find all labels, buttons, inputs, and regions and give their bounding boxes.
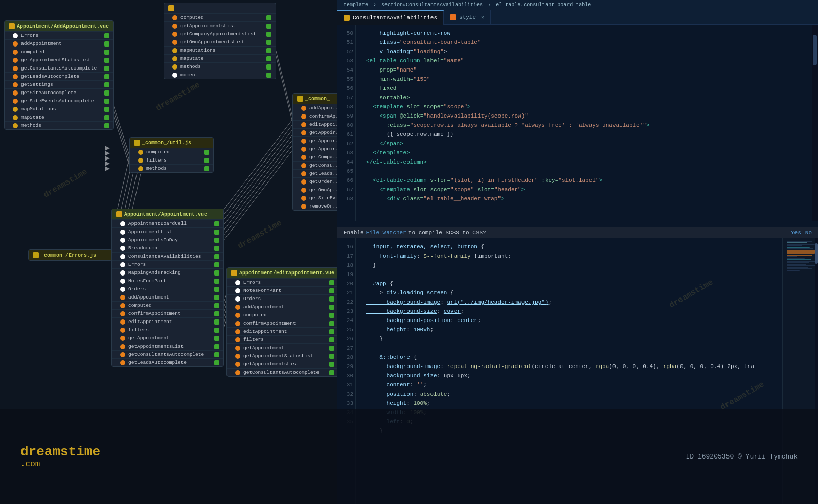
add-appointment-card: Appointment/AddAppointment.vue Errors ad…: [4, 20, 114, 130]
css-line: background-size: 6px 6px;: [362, 371, 776, 380]
dot-icon: [301, 204, 306, 209]
editor-top: template › section#ConsultantsAvailabili…: [337, 0, 818, 227]
svg-marker-25: [105, 156, 110, 161]
svg-line-22: [212, 148, 294, 256]
watermark-time-text: .com: [20, 460, 100, 469]
code-line: <template slot-scope="scope" slot="heade…: [362, 185, 806, 194]
dot-icon: [301, 196, 306, 201]
dot-icon: [235, 305, 240, 310]
dot-icon: [13, 66, 18, 71]
svg-line-4: [276, 56, 294, 128]
dot-icon: [13, 115, 18, 120]
dot-icon: [301, 155, 306, 160]
svg-line-16: [212, 118, 294, 225]
dot-icon: [120, 295, 125, 300]
watermark-dreams-text: dreamstime: [20, 444, 100, 460]
css-line: #app {: [362, 279, 776, 288]
dot-icon: [120, 238, 125, 243]
dot-icon: [235, 329, 240, 334]
dot-icon: [138, 166, 143, 171]
watermark-overlay: dreamstime: [236, 218, 283, 251]
appointment-header: Appointment/Appointment.vue: [112, 209, 223, 219]
breadcrumb-segment: template: [344, 2, 368, 8]
dot-icon: [13, 107, 18, 112]
top-card: computed getAppointmentsList getCompanyA…: [164, 3, 276, 79]
watermark-overlay: dreamstime: [42, 167, 89, 200]
line-numbers: 50515253545556575859606162636465666768: [337, 25, 356, 221]
graph-panel: computed getAppointmentsList getCompanyA…: [0, 0, 337, 409]
dot-icon: [172, 40, 177, 45]
edit-appointment-card: Appointment/EditAppointment.vue Errors N…: [226, 267, 337, 377]
tab-consultants[interactable]: ConsultantsAvailabilities: [337, 10, 444, 25]
common-util-card: _common_/util.js computed filters method…: [129, 137, 214, 173]
dot-icon: [301, 130, 306, 135]
file-watcher-no[interactable]: No: [805, 230, 812, 236]
svg-line-0: [112, 102, 130, 158]
dot-icon: [172, 32, 177, 37]
file-watcher-yes[interactable]: Yes: [791, 230, 801, 236]
dot-icon: [172, 56, 177, 61]
css-line: font-family: $--font-family !important;: [362, 251, 776, 261]
dot-icon: [13, 41, 18, 47]
dot-icon: [13, 58, 18, 63]
dot-icon: [13, 74, 18, 79]
svg-line-1: [112, 107, 130, 164]
svg-marker-27: [105, 166, 110, 171]
watermark-id: ID 169205350 © Yurii Tymchuk: [686, 453, 798, 461]
file-watcher-link[interactable]: File Watcher: [366, 230, 406, 236]
dot-icon: [301, 171, 306, 176]
add-appointment-header: Appointment/AddAppointment.vue: [5, 21, 113, 31]
tab-icon: [344, 15, 350, 21]
common-right-card: _common_ addAppoi... confirmAp... editAp…: [292, 93, 337, 211]
tab-style[interactable]: style ✕: [444, 10, 491, 25]
scrollbar-track[interactable]: [812, 25, 818, 221]
dot-icon: [301, 106, 306, 111]
css-line: [362, 343, 776, 353]
dot-icon: [13, 123, 18, 128]
code-line: </template>: [362, 148, 806, 157]
dot-icon: [120, 287, 125, 292]
tab-label: style: [459, 14, 476, 20]
breadcrumb-bar: template › section#ConsultantsAvailabili…: [337, 0, 818, 10]
tab-bar: ConsultantsAvailabilities style ✕: [337, 10, 818, 25]
dot-icon: [172, 24, 177, 29]
watermark-logo: dreamstime .com: [20, 444, 100, 469]
svg-line-18: [212, 128, 294, 235]
svg-marker-26: [105, 161, 110, 166]
dot-icon: [13, 90, 18, 96]
scrollbar-thumb: [813, 35, 817, 65]
css-line: position: absolute;: [362, 390, 776, 399]
svg-marker-23: [105, 146, 110, 151]
dot-icon: [13, 99, 18, 104]
dot-icon: [235, 362, 240, 367]
css-line: background-size: cover;: [362, 307, 776, 316]
dot-icon: [301, 139, 306, 144]
tab-close-icon[interactable]: ✕: [481, 14, 484, 20]
edit-appointment-header: Appointment/EditAppointment.vue: [227, 268, 337, 278]
dot-icon: [120, 328, 125, 333]
dot-icon: [301, 147, 306, 152]
svg-line-17: [212, 123, 294, 230]
card-icon: [134, 140, 140, 146]
dot-icon: [120, 352, 125, 357]
code-line: </span>: [362, 139, 806, 148]
top-card-item: computed: [164, 13, 276, 21]
code-line: prop="name": [362, 65, 806, 75]
dot-icon: [120, 311, 125, 316]
common-right-header: _common_: [293, 94, 337, 104]
css-line: > div.loading-screen {: [362, 288, 776, 297]
code-line: <template slot-scope="scope">: [362, 102, 806, 111]
dot-icon: [172, 15, 177, 20]
dot-icon: [301, 122, 306, 127]
dot-icon: [120, 246, 125, 251]
code-content-top: highlight-current-row class="consultant-…: [356, 25, 812, 221]
svg-marker-24: [105, 151, 110, 156]
dot-icon: [235, 346, 240, 351]
card-icon: [33, 252, 39, 258]
code-line: <el-table-column v-for="(slot, i) in fir…: [362, 176, 806, 185]
css-line: height: 100vh;: [362, 325, 776, 334]
common-errors-header: _common_/Errors.js: [29, 250, 112, 260]
dot-icon: [138, 158, 143, 163]
dot-icon: [235, 321, 240, 326]
dot-icon: [120, 360, 125, 365]
